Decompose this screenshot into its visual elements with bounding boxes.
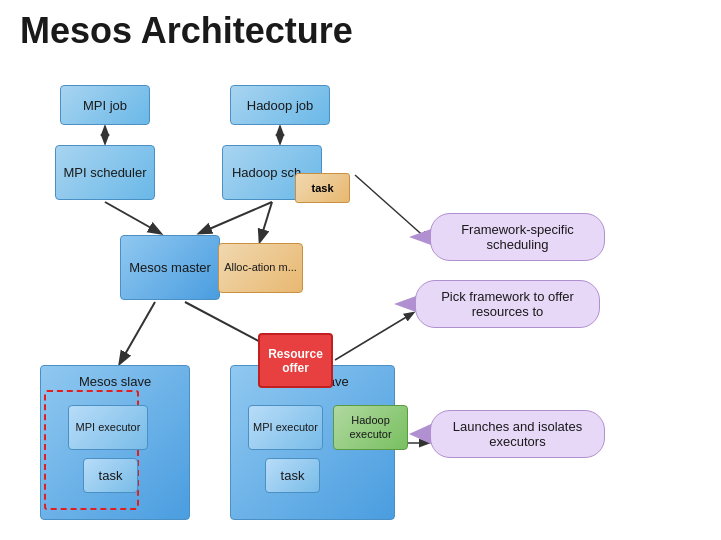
framework-callout: Framework-specific scheduling — [430, 213, 605, 261]
svg-line-4 — [260, 202, 272, 241]
mpi-executor-right-box: MPI executor — [248, 405, 323, 450]
svg-line-5 — [120, 302, 155, 363]
resource-offer-box: Resource offer — [258, 333, 333, 388]
svg-line-2 — [105, 202, 160, 233]
hadoop-job-box: Hadoop job — [230, 85, 330, 125]
svg-line-3 — [200, 202, 272, 233]
pick-callout: Pick framework to offer resources to — [415, 280, 600, 328]
svg-line-8 — [335, 313, 413, 360]
diagram-area: MPI job Hadoop job MPI scheduler Hadoop … — [0, 65, 721, 540]
mesos-master-box: Mesos master — [120, 235, 220, 300]
mpi-job-box: MPI job — [60, 85, 150, 125]
hadoop-executor-right-box: Hadoop executor — [333, 405, 408, 450]
mpi-executor-left-box: MPI executor — [68, 405, 148, 450]
page-title: Mesos Architecture — [0, 0, 721, 57]
launches-callout: Launches and isolates executors — [430, 410, 605, 458]
hadoop-task-box: task — [295, 173, 350, 203]
mpi-scheduler-box: MPI scheduler — [55, 145, 155, 200]
task-left-box: task — [83, 458, 138, 493]
allocation-box: Alloc-ation m... — [218, 243, 303, 293]
task-right-box: task — [265, 458, 320, 493]
